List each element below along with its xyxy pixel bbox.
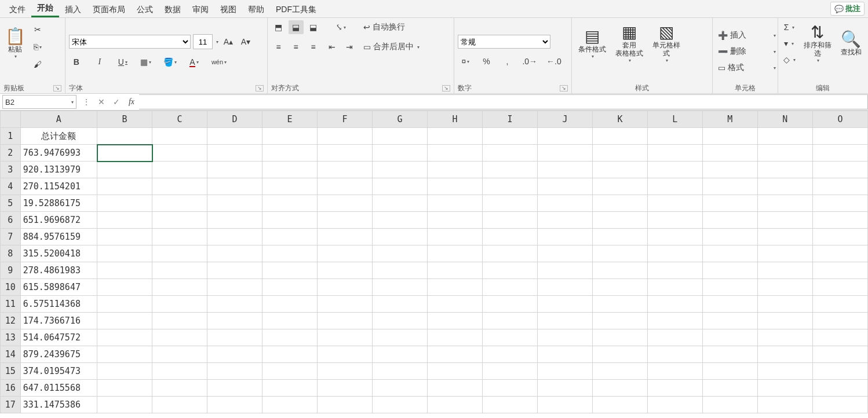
cell-K2[interactable] xyxy=(592,145,647,162)
cell-E15[interactable] xyxy=(262,363,318,380)
cell-J14[interactable] xyxy=(537,346,592,363)
cell-O5[interactable] xyxy=(812,195,867,212)
cell-L3[interactable] xyxy=(647,162,702,178)
column-header-G[interactable]: G xyxy=(372,111,427,128)
cell-F5[interactable] xyxy=(317,195,372,212)
cell-E13[interactable] xyxy=(262,329,318,346)
cell-C9[interactable] xyxy=(152,262,207,279)
cell-I11[interactable] xyxy=(482,296,537,313)
cell-E14[interactable] xyxy=(262,346,318,363)
dialog-launcher-icon[interactable]: ↘ xyxy=(256,85,264,91)
cell-J13[interactable] xyxy=(537,329,592,346)
column-header-F[interactable]: F xyxy=(317,111,372,128)
cell-D9[interactable] xyxy=(207,262,262,279)
cell-G13[interactable] xyxy=(372,329,427,346)
cell-G2[interactable] xyxy=(372,145,427,162)
grow-font-button[interactable]: A▴ xyxy=(221,35,236,49)
cell-K13[interactable] xyxy=(592,329,647,346)
fill-button[interactable]: ▾▾ xyxy=(782,36,797,50)
cell-J4[interactable] xyxy=(537,178,592,195)
cell-J16[interactable] xyxy=(537,380,592,397)
cell-I1[interactable] xyxy=(482,128,537,145)
spreadsheet-grid[interactable]: ABCDEFGHIJKLMNO1总计金额2763.94769933920.131… xyxy=(0,111,868,413)
cell-B7[interactable] xyxy=(97,229,152,245)
cell-J9[interactable] xyxy=(537,262,592,279)
cell-E16[interactable] xyxy=(262,380,318,397)
cell-G15[interactable] xyxy=(372,363,427,380)
cell-O16[interactable] xyxy=(812,380,867,397)
cell-D5[interactable] xyxy=(207,195,262,212)
cell-G11[interactable] xyxy=(372,296,427,313)
insert-function-button[interactable]: fx xyxy=(124,97,139,107)
row-header-9[interactable]: 9 xyxy=(1,262,21,279)
cell-N3[interactable] xyxy=(757,162,812,178)
cell-M12[interactable] xyxy=(702,313,757,329)
row-header-13[interactable]: 13 xyxy=(1,329,21,346)
cell-M10[interactable] xyxy=(702,279,757,296)
cell-J12[interactable] xyxy=(537,313,592,329)
cell-H17[interactable] xyxy=(427,397,482,413)
cell-H3[interactable] xyxy=(427,162,482,178)
font-color-button[interactable]: A▾ xyxy=(187,55,202,69)
cell-D4[interactable] xyxy=(207,178,262,195)
cell-K5[interactable] xyxy=(592,195,647,212)
cell-E8[interactable] xyxy=(262,245,318,262)
cell-A8[interactable]: 315.5200418 xyxy=(20,245,97,262)
cell-N15[interactable] xyxy=(757,363,812,380)
column-header-J[interactable]: J xyxy=(537,111,592,128)
cell-N9[interactable] xyxy=(757,262,812,279)
cell-B5[interactable] xyxy=(97,195,152,212)
cell-K3[interactable] xyxy=(592,162,647,178)
cell-F14[interactable] xyxy=(317,346,372,363)
cell-I5[interactable] xyxy=(482,195,537,212)
cell-F8[interactable] xyxy=(317,245,372,262)
cut-button[interactable]: ✂ xyxy=(30,23,45,36)
menu-tab-8[interactable]: 帮助 xyxy=(242,2,270,17)
cell-C4[interactable] xyxy=(152,178,207,195)
cell-M8[interactable] xyxy=(702,245,757,262)
cell-N5[interactable] xyxy=(757,195,812,212)
row-header-8[interactable]: 8 xyxy=(1,245,21,262)
cell-G5[interactable] xyxy=(372,195,427,212)
decrease-indent-button[interactable]: ⇤ xyxy=(324,40,340,54)
cell-F16[interactable] xyxy=(317,380,372,397)
cell-O17[interactable] xyxy=(812,397,867,413)
cell-N7[interactable] xyxy=(757,229,812,245)
cell-G10[interactable] xyxy=(372,279,427,296)
cell-A1[interactable]: 总计金额 xyxy=(20,128,97,145)
row-header-16[interactable]: 16 xyxy=(1,380,21,397)
cell-A4[interactable]: 270.1154201 xyxy=(20,178,97,195)
cell-I9[interactable] xyxy=(482,262,537,279)
row-header-1[interactable]: 1 xyxy=(1,128,21,145)
cell-N14[interactable] xyxy=(757,346,812,363)
row-header-3[interactable]: 3 xyxy=(1,162,21,178)
menu-tab-0[interactable]: 文件 xyxy=(3,2,31,17)
column-header-E[interactable]: E xyxy=(262,111,318,128)
cell-L12[interactable] xyxy=(647,313,702,329)
cell-D6[interactable] xyxy=(207,212,262,229)
cell-N6[interactable] xyxy=(757,212,812,229)
bold-button[interactable]: B xyxy=(69,55,84,69)
cell-I14[interactable] xyxy=(482,346,537,363)
cell-M16[interactable] xyxy=(702,380,757,397)
cell-A13[interactable]: 514.0647572 xyxy=(20,329,97,346)
cell-B1[interactable] xyxy=(97,128,152,145)
cell-B2[interactable] xyxy=(97,145,152,162)
column-header-M[interactable]: M xyxy=(702,111,757,128)
cell-F11[interactable] xyxy=(317,296,372,313)
row-header-5[interactable]: 5 xyxy=(1,195,21,212)
cell-L14[interactable] xyxy=(647,346,702,363)
cell-K17[interactable] xyxy=(592,397,647,413)
row-header-2[interactable]: 2 xyxy=(1,145,21,162)
column-header-B[interactable]: B xyxy=(97,111,152,128)
cell-O12[interactable] xyxy=(812,313,867,329)
cell-J5[interactable] xyxy=(537,195,592,212)
menu-tab-7[interactable]: 视图 xyxy=(214,2,242,17)
cell-M3[interactable] xyxy=(702,162,757,178)
cell-L7[interactable] xyxy=(647,229,702,245)
merge-center-button[interactable]: ▭ 合并后居中 ▾ xyxy=(360,40,422,54)
formula-input[interactable] xyxy=(139,94,868,109)
cell-N11[interactable] xyxy=(757,296,812,313)
cell-B16[interactable] xyxy=(97,380,152,397)
cell-J6[interactable] xyxy=(537,212,592,229)
